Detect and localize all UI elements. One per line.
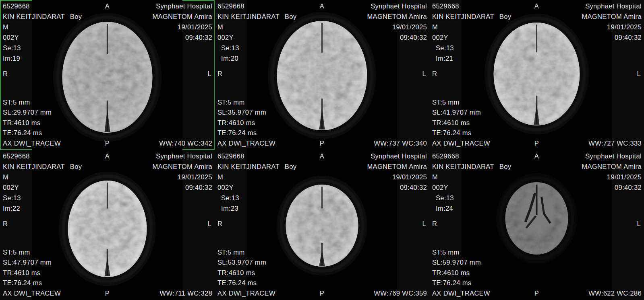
patient-age: 002Y: [217, 182, 296, 193]
image-number: Im:24: [436, 203, 511, 214]
repetition-time: TR:4610 ms: [217, 268, 275, 278]
patient-name: KIN KEITJINDARAT: [432, 163, 494, 170]
slice-thickness: ST:5 mm: [3, 247, 61, 258]
study-time: 09:40:32: [582, 32, 642, 43]
study-date: 19/01/2025: [152, 172, 212, 182]
patient-name-line: KIN KEITJINDARATBoy: [217, 161, 296, 172]
viewer-grid: 6529668 KIN KEITJINDARATBoy M 002Y Se:13…: [0, 0, 644, 300]
sex-code: M: [432, 22, 511, 32]
patient-sex: Boy: [70, 163, 82, 170]
patient-age: 002Y: [432, 32, 511, 43]
study-time: 09:40:32: [582, 182, 642, 193]
mri-panel[interactable]: 6529668 KIN KEITJINDARATBoy M 002Y Se:13…: [0, 150, 215, 300]
repetition-time: TR:4610 ms: [432, 118, 490, 128]
patient-age: 002Y: [3, 32, 82, 43]
echo-time: TE:76.24 ms: [432, 128, 490, 138]
series-number: Se:13: [3, 193, 82, 203]
echo-time: TE:76.24 ms: [217, 278, 275, 288]
study-time: 09:40:32: [152, 32, 212, 43]
patient-sex: Boy: [285, 13, 296, 20]
panel-info-top-right: Synphaet Hospital MAGNETOM Amira 19/01/2…: [152, 151, 212, 193]
slice-location: SL:59.9707 mm: [432, 257, 490, 268]
scanner-name: MAGNETOM Amira: [582, 11, 642, 22]
slice-thickness: ST:5 mm: [432, 247, 490, 258]
patient-sex: Boy: [70, 13, 82, 20]
patient-name-line: KIN KEITJINDARATBoy: [432, 161, 511, 172]
hospital-name: Synphaet Hospital: [152, 151, 212, 161]
slice-location: SL:35.9707 mm: [217, 107, 275, 118]
scanner-name: MAGNETOM Amira: [582, 161, 642, 172]
patient-age: 002Y: [3, 182, 82, 193]
repetition-time: TR:4610 ms: [3, 118, 61, 128]
study-time: 09:40:32: [367, 182, 427, 193]
patient-name-line: KIN KEITJINDARATBoy: [3, 161, 82, 172]
scanner-name: MAGNETOM Amira: [152, 161, 212, 172]
image-number: Im:23: [221, 203, 296, 214]
repetition-time: TR:4610 ms: [217, 118, 275, 128]
orientation-left-label: L: [637, 218, 641, 229]
patient-sex: Boy: [499, 13, 511, 20]
mri-panel[interactable]: 6529668 KIN KEITJINDARATBoy M 002Y Se:13…: [429, 0, 644, 150]
hospital-name: Synphaet Hospital: [152, 1, 212, 11]
hospital-name: Synphaet Hospital: [582, 1, 642, 11]
image-number: Im:22: [3, 203, 82, 214]
orientation-left-label: L: [207, 68, 211, 79]
patient-name-line: KIN KEITJINDARATBoy: [432, 11, 511, 22]
orientation-right-label: R: [217, 218, 222, 229]
repetition-time: TR:4610 ms: [432, 268, 490, 278]
mri-panel[interactable]: 6529668 KIN KEITJINDARATBoy M 002Y Se:13…: [429, 150, 644, 300]
window-level-value: WW:769 WC:359: [374, 288, 427, 299]
echo-time: TE:76.24 ms: [3, 278, 61, 288]
mri-panel[interactable]: 6529668 KIN KEITJINDARATBoy M 002Y Se:13…: [215, 0, 429, 150]
series-number: Se:13: [436, 43, 511, 53]
patient-name: KIN KEITJINDARAT: [3, 163, 65, 170]
patient-name-line: KIN KEITJINDARATBoy: [217, 11, 296, 22]
mri-panel[interactable]: 6529668 KIN KEITJINDARATBoy M 002Y Se:13…: [0, 0, 215, 150]
orientation-left-label: L: [422, 68, 426, 79]
orientation-right-label: R: [432, 218, 437, 229]
window-level-value: WW:740 WC:342: [159, 138, 212, 149]
window-level-value: WW:711 WC:328: [160, 288, 212, 299]
patient-sex: Boy: [285, 163, 296, 170]
window-level-value: WW:727 WC:333: [588, 138, 642, 149]
hospital-name: Synphaet Hospital: [582, 151, 642, 161]
patient-age: 002Y: [432, 182, 511, 193]
study-date: 19/01/2025: [582, 172, 642, 182]
patient-name: KIN KEITJINDARAT: [217, 13, 280, 20]
image-number: Im:21: [436, 53, 511, 64]
window-level-value: WW:622 WC:286: [588, 288, 642, 299]
sex-code: M: [217, 172, 296, 182]
orientation-left-label: L: [637, 68, 641, 79]
echo-time: TE:76.24 ms: [432, 278, 490, 288]
orientation-right-label: R: [217, 68, 222, 79]
study-time: 09:40:32: [152, 182, 212, 193]
panel-info-top-right: Synphaet Hospital MAGNETOM Amira 19/01/2…: [152, 1, 212, 43]
slice-thickness: ST:5 mm: [3, 97, 61, 108]
hospital-name: Synphaet Hospital: [367, 151, 427, 161]
scanner-name: MAGNETOM Amira: [152, 11, 212, 22]
echo-time: TE:76.24 ms: [217, 128, 275, 138]
patient-sex: Boy: [499, 163, 511, 170]
repetition-time: TR:4610 ms: [3, 268, 61, 278]
sex-code: M: [3, 22, 82, 32]
image-number: Im:19: [3, 53, 82, 64]
scanner-name: MAGNETOM Amira: [367, 161, 427, 172]
orientation-right-label: R: [3, 68, 8, 79]
slice-thickness: ST:5 mm: [217, 247, 275, 258]
patient-name: KIN KEITJINDARAT: [217, 163, 280, 170]
window-level-value: WW:737 WC:340: [374, 138, 427, 149]
slice-thickness: ST:5 mm: [217, 97, 275, 108]
sex-code: M: [432, 172, 511, 182]
orientation-right-label: R: [3, 218, 8, 229]
series-number: Se:13: [221, 43, 296, 53]
echo-time: TE:76.24 ms: [3, 128, 61, 138]
mri-panel[interactable]: 6529668 KIN KEITJINDARATBoy M 002Y Se:13…: [215, 150, 429, 300]
slice-location: SL:47.9707 mm: [3, 257, 61, 268]
image-number: Im:20: [221, 53, 296, 64]
slice-thickness: ST:5 mm: [432, 97, 490, 108]
study-date: 19/01/2025: [582, 22, 642, 32]
sex-code: M: [3, 172, 82, 182]
patient-name: KIN KEITJINDARAT: [432, 13, 494, 20]
orientation-left-label: L: [422, 218, 426, 229]
patient-name-line: KIN KEITJINDARATBoy: [3, 11, 82, 22]
